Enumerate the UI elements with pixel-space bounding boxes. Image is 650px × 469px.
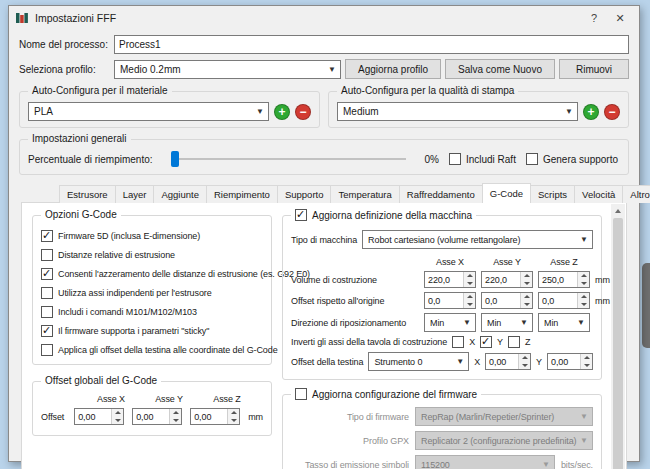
spinner-arrows-icon[interactable] xyxy=(518,354,530,369)
homing-y-select[interactable]: Min ▼ xyxy=(481,313,533,332)
checkbox-box[interactable] xyxy=(41,249,53,261)
checkbox-independent-extruder-axes[interactable]: Utilizza assi indipendenti per l'estruso… xyxy=(41,287,263,299)
spinner-arrows-icon[interactable] xyxy=(169,409,181,424)
tab-supporto[interactable]: Supporto xyxy=(277,185,332,203)
baud-unit-label: bits/sec. xyxy=(561,460,593,469)
checkbox-box[interactable] xyxy=(452,336,464,348)
generate-support-checkbox[interactable]: Genera supporto xyxy=(526,153,618,165)
flip-y-checkbox[interactable]: Y xyxy=(480,336,503,348)
close-button[interactable]: ✕ xyxy=(607,8,633,28)
tab-velocita[interactable]: Velocità xyxy=(574,185,623,203)
tab-gcode[interactable]: G-Code xyxy=(482,183,531,203)
checkbox-box[interactable] xyxy=(295,388,307,400)
checkbox-box[interactable] xyxy=(41,230,53,242)
toolhead-offset-label: Offset della testina xyxy=(291,357,363,367)
checkbox-box[interactable] xyxy=(41,325,53,337)
homing-z-select[interactable]: Min ▼ xyxy=(538,313,590,332)
remove-material-button[interactable]: − xyxy=(295,104,311,120)
global-offset-z-spinner[interactable]: 0,00 xyxy=(190,408,240,425)
checkbox-box[interactable] xyxy=(41,268,53,280)
checkbox-firmware-5d[interactable]: Firmware 5D (inclusa E-dimensione) xyxy=(41,230,263,242)
build-volume-z-spinner[interactable]: 250,0 xyxy=(538,271,590,288)
checkbox-box[interactable] xyxy=(41,287,53,299)
flip-x-checkbox[interactable]: X xyxy=(452,336,475,348)
tab-scripts[interactable]: Scripts xyxy=(530,185,575,203)
tab-estrusore[interactable]: Estrusore xyxy=(59,185,116,203)
global-offset-y-spinner[interactable]: 0,00 xyxy=(132,408,182,425)
tab-raffreddamento[interactable]: Raffreddamento xyxy=(399,185,483,203)
panel-scrollbar[interactable] xyxy=(611,204,625,469)
checkbox-box[interactable] xyxy=(41,306,53,318)
machine-definition-title: Aggiorna definizione della macchina xyxy=(312,210,472,221)
checkbox-box[interactable] xyxy=(41,344,53,356)
axis-z-header: Asse Z xyxy=(202,394,252,404)
update-machine-definition-checkbox[interactable]: Aggiorna definizione della macchina xyxy=(295,209,472,221)
chevron-down-icon: ▼ xyxy=(454,357,466,366)
spinner-value: 0,00 xyxy=(75,409,111,424)
build-volume-x-spinner[interactable]: 220,0 xyxy=(424,271,476,288)
origin-offset-z-spinner[interactable]: 0,0 xyxy=(538,292,590,309)
slider-handle[interactable] xyxy=(171,151,179,167)
checkbox-box[interactable] xyxy=(508,336,520,348)
tab-layer[interactable]: Layer xyxy=(115,185,155,203)
toolhead-x-spinner[interactable]: 0,00 xyxy=(485,353,531,370)
scroll-up-icon[interactable] xyxy=(611,204,625,218)
title-bar[interactable]: Impostazioni FFF ? ✕ xyxy=(9,6,639,30)
remove-quality-button[interactable]: − xyxy=(604,104,620,120)
firmware-config-group: Aggiorna configurazione del firmware Tip… xyxy=(282,394,602,469)
origin-offset-x-spinner[interactable]: 0,0 xyxy=(424,292,476,309)
update-firmware-config-checkbox[interactable]: Aggiorna configurazione del firmware xyxy=(295,388,477,400)
spinner-value: 0,00 xyxy=(486,354,518,369)
flip-axes-label: Inverti gli assi della tavola di costruz… xyxy=(291,337,447,347)
toolhead-select[interactable]: Strumento 0 ▼ xyxy=(368,352,469,371)
checkbox-m101-commands[interactable]: Includi i comandi M101/M102/M103 xyxy=(41,306,263,318)
option-label: Distanze relative di estrusione xyxy=(58,250,175,260)
material-select[interactable]: PLA ▼ xyxy=(28,102,269,121)
remove-profile-button[interactable]: Rimuovi xyxy=(559,59,629,79)
flip-z-checkbox[interactable]: Z xyxy=(508,336,530,348)
homing-x-select[interactable]: Min ▼ xyxy=(424,313,476,332)
infill-slider[interactable] xyxy=(171,150,407,168)
spinner-arrows-icon[interactable] xyxy=(227,409,239,424)
scrollbar-thumb[interactable] xyxy=(613,218,623,469)
firmware-type-select: RepRap (Marlin/Repetier/Sprinter) ▼ xyxy=(415,407,593,426)
flip-x-label: X xyxy=(469,337,475,347)
process-name-input[interactable]: Process1 xyxy=(114,35,629,54)
checkbox-box[interactable] xyxy=(480,336,492,348)
spinner-arrows-icon[interactable] xyxy=(463,293,475,308)
checkbox-box[interactable] xyxy=(449,153,461,165)
tab-aggiunte[interactable]: Aggiunte xyxy=(153,185,207,203)
update-profile-button[interactable]: Aggiorna profilo xyxy=(345,59,441,79)
machine-type-select[interactable]: Robot cartesiano (volume rettangolare) ▼ xyxy=(362,230,593,249)
toolhead-y-spinner[interactable]: 0,00 xyxy=(547,353,593,370)
origin-offset-y-spinner[interactable]: 0,0 xyxy=(481,292,533,309)
checkbox-relative-distances[interactable]: Distanze relative di estrusione xyxy=(41,249,263,261)
profile-select[interactable]: Medio 0.2mm ▼ xyxy=(114,60,341,79)
spinner-value: 0,0 xyxy=(539,293,577,308)
quality-select[interactable]: Medium ▼ xyxy=(337,102,578,121)
checkbox-apply-toolhead-offsets[interactable]: Applica gli offset della testina alle co… xyxy=(41,344,263,356)
build-volume-y-spinner[interactable]: 220,0 xyxy=(481,271,533,288)
checkbox-box[interactable] xyxy=(295,209,307,221)
spinner-arrows-icon[interactable] xyxy=(111,409,123,424)
checkbox-sticky-parameters[interactable]: Il firmware supporta i parametri "sticky… xyxy=(41,325,263,337)
spinner-arrows-icon[interactable] xyxy=(577,272,589,287)
checkbox-allow-zeroing[interactable]: Consenti l'azzeramento delle distanze di… xyxy=(41,268,263,280)
checkbox-box[interactable] xyxy=(526,153,538,165)
process-name-label: Nome del processo: xyxy=(19,39,114,50)
include-raft-checkbox[interactable]: Includi Raft xyxy=(449,153,516,165)
spinner-arrows-icon[interactable] xyxy=(577,293,589,308)
spinner-arrows-icon[interactable] xyxy=(580,354,592,369)
chevron-down-icon: ▼ xyxy=(254,107,266,116)
tab-altro[interactable]: Altro xyxy=(622,185,650,203)
help-button[interactable]: ? xyxy=(581,8,607,28)
add-material-button[interactable]: + xyxy=(274,104,290,120)
spinner-arrows-icon[interactable] xyxy=(520,293,532,308)
spinner-arrows-icon[interactable] xyxy=(463,272,475,287)
add-quality-button[interactable]: + xyxy=(583,104,599,120)
tab-riempimento[interactable]: Riempimento xyxy=(206,185,278,203)
save-as-new-button[interactable]: Salva come Nuovo xyxy=(445,59,555,79)
tab-temperatura[interactable]: Temperatura xyxy=(330,185,399,203)
spinner-arrows-icon[interactable] xyxy=(520,272,532,287)
global-offset-x-spinner[interactable]: 0,00 xyxy=(74,408,124,425)
